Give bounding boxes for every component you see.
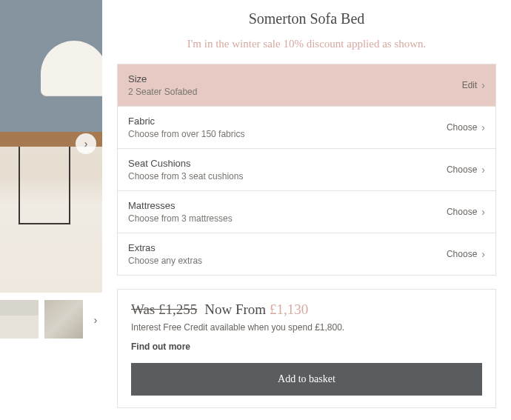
now-price: £1,130 <box>270 301 308 317</box>
chevron-right-icon: › <box>481 121 485 133</box>
option-label: Fabric <box>128 116 244 127</box>
option-action: Choose › <box>447 248 485 260</box>
credit-text: Interest Free Credit available when you … <box>131 322 482 333</box>
option-label: Mattresses <box>128 200 233 211</box>
option-label: Size <box>128 73 197 84</box>
thumbnail-strip: › <box>0 300 102 339</box>
option-action: Edit › <box>462 79 485 91</box>
image-next-button[interactable]: › <box>76 133 96 154</box>
option-desc: Choose from 3 mattresses <box>128 213 233 224</box>
chevron-right-icon: › <box>481 164 485 176</box>
product-title: Somerton Sofa Bed <box>117 10 496 27</box>
option-desc: 2 Seater Sofabed <box>128 87 197 97</box>
thumbnail-next-button[interactable]: › <box>89 300 102 339</box>
find-out-more-link[interactable]: Find out more <box>131 341 190 352</box>
option-desc: Choose from 3 seat cushions <box>128 171 243 181</box>
option-action: Choose › <box>447 164 485 176</box>
product-details: Somerton Sofa Bed I'm in the winter sale… <box>102 0 511 420</box>
chevron-right-icon: › <box>481 206 485 218</box>
add-to-basket-button[interactable]: Add to basket <box>131 363 482 396</box>
product-main-image: › <box>0 0 102 293</box>
price-panel: Was £1,255 Now From £1,130 Interest Free… <box>117 289 496 408</box>
thumbnail-1[interactable] <box>0 300 39 339</box>
chevron-right-icon: › <box>481 79 485 91</box>
now-label: Now From <box>204 301 266 317</box>
options-list: Size 2 Seater Sofabed Edit › Fabric Choo… <box>117 64 496 276</box>
option-size[interactable]: Size 2 Seater Sofabed Edit › <box>118 64 495 106</box>
chevron-right-icon: › <box>94 313 98 326</box>
product-image-column: › › <box>0 0 102 420</box>
image-decor-frame <box>19 147 70 224</box>
option-fabric[interactable]: Fabric Choose from over 150 fabrics Choo… <box>118 106 495 148</box>
chevron-right-icon: › <box>84 138 88 150</box>
chevron-right-icon: › <box>481 248 485 260</box>
sale-message: I'm in the winter sale 10% discount appl… <box>117 38 496 50</box>
price-line: Was £1,255 Now From £1,130 <box>131 301 482 318</box>
option-label: Seat Cushions <box>128 158 243 169</box>
option-action: Choose › <box>447 121 485 133</box>
was-price: Was £1,255 <box>131 301 197 318</box>
option-seat-cushions[interactable]: Seat Cushions Choose from 3 seat cushion… <box>118 148 495 190</box>
option-mattresses[interactable]: Mattresses Choose from 3 mattresses Choo… <box>118 190 495 233</box>
option-label: Extras <box>128 242 202 253</box>
option-desc: Choose from over 150 fabrics <box>128 129 244 139</box>
option-extras[interactable]: Extras Choose any extras Choose › <box>118 233 495 275</box>
thumbnail-2[interactable] <box>44 300 83 339</box>
image-decor-lamp <box>41 41 102 96</box>
option-action: Choose › <box>447 206 485 218</box>
option-desc: Choose any extras <box>128 256 202 266</box>
